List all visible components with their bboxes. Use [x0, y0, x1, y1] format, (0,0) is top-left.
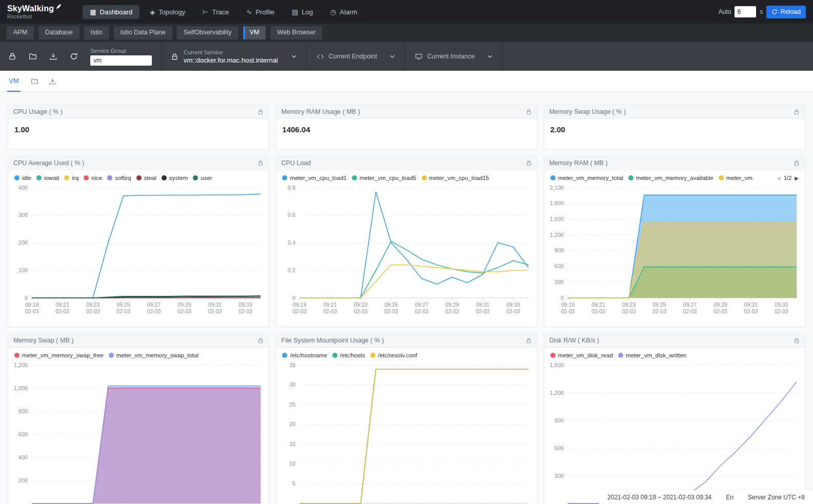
legend-dot: [14, 353, 19, 358]
auto-interval-input[interactable]: [735, 6, 756, 17]
chart-legend: meter_vm_cpu_load1meter_vm_cpu_load5mete…: [276, 170, 537, 183]
cpu-load-chart[interactable]: 00.20.40.60.809:1902-0309:2102-0309:2302…: [276, 183, 537, 318]
dashboard-tab-vm[interactable]: VM: [243, 26, 266, 39]
card-header: Memory Swap Usage ( % ): [544, 105, 805, 119]
lock-icon[interactable]: [257, 160, 264, 166]
x-axis-label: 09:25: [385, 301, 398, 308]
legend-item-meter-vm-disk-read[interactable]: meter_vm_disk_read: [550, 352, 613, 358]
reload-label: Reload: [780, 8, 801, 15]
metric-value: 1406.04: [276, 119, 537, 140]
refresh-icon[interactable]: [70, 52, 78, 61]
dashboard-tab-istio[interactable]: Istio: [84, 26, 109, 39]
dashboard-tab-web-browser[interactable]: Web Browser: [270, 26, 322, 39]
x-axis-label: 02-03: [652, 308, 666, 314]
y-axis-label: 0: [292, 295, 295, 301]
nav-item-trace[interactable]: ⊢Trace: [195, 5, 236, 19]
cpu-average-used-chart[interactable]: 010020030040009:1902-0309:2102-0309:2302…: [8, 183, 269, 318]
chart-card-filesystem-usage: File System Mountpoint Usage ( % ) /etc/…: [275, 333, 537, 504]
brand-logo[interactable]: SkyWalking Rocketbot: [7, 5, 62, 19]
card-title: CPU Average Used ( % ): [13, 159, 84, 167]
series-line-etc-resolv-conf: [300, 369, 528, 503]
x-axis-label: 09:29: [713, 301, 727, 308]
lock-icon[interactable]: [257, 109, 264, 115]
legend-item-meter-vm-memory-swap-total[interactable]: meter_vm_memory_swap_total: [109, 352, 199, 358]
current-service-selector[interactable]: Current Service vm::docker.for.mac.host.…: [162, 42, 307, 71]
lock-icon[interactable]: [257, 337, 264, 344]
y-axis-label: 400: [18, 454, 28, 460]
legend-item-meter-vm-cpu-load5[interactable]: meter_vm_cpu_load5: [352, 175, 417, 181]
lock-icon[interactable]: [794, 337, 800, 344]
legend-item-etc-hostname[interactable]: /etc/hostname: [282, 352, 327, 358]
folder-icon[interactable]: [31, 77, 38, 85]
metric-card-memory-ram-usage: Memory RAM Usage ( MB ) 1406.04: [275, 105, 537, 150]
legend-item-meter-vm-cpu-load1[interactable]: meter_vm_cpu_load1: [282, 175, 347, 181]
tab-vm[interactable]: VM: [7, 71, 21, 92]
server-zone-label: Server Zone UTC +8: [748, 494, 805, 501]
card-title: Memory Swap Usage ( % ): [549, 108, 626, 115]
legend-next-icon[interactable]: ▶: [795, 175, 799, 181]
lock-icon[interactable]: [794, 160, 800, 166]
nav-item-log[interactable]: ▤Log: [285, 5, 320, 19]
service-group-input[interactable]: [90, 55, 152, 66]
card-title: Memory RAM ( MB ): [549, 159, 608, 167]
legend-item-etc-resolv-conf[interactable]: /etc/resolv.conf: [370, 352, 418, 358]
legend-prev-icon[interactable]: ◀: [777, 175, 781, 181]
legend-item-meter-vm-memory-total[interactable]: meter_vm_memory_total: [550, 175, 623, 181]
nav-item-profile[interactable]: ∿Profile: [239, 5, 282, 19]
lock-icon[interactable]: [526, 160, 532, 166]
download-icon[interactable]: [49, 52, 57, 61]
dashboard-tab-apm[interactable]: APM: [7, 26, 34, 39]
legend-item-iowait[interactable]: iowait: [36, 175, 59, 181]
y-axis-label: 900: [554, 417, 563, 424]
language-switch[interactable]: En: [726, 494, 733, 501]
x-axis-label: 02-03: [147, 308, 161, 314]
legend-label: meter_vm_cpu_load5: [360, 175, 417, 181]
x-axis-label: 02-03: [591, 308, 605, 314]
time-range-picker[interactable]: 2021-02-03 09:19 ~ 2021-02-03 09:34: [607, 494, 711, 501]
dashboard-tab-selfobservability[interactable]: SelfObservability: [177, 26, 239, 39]
legend-item-idle[interactable]: idle: [14, 175, 31, 181]
folder-icon[interactable]: [29, 52, 37, 61]
y-axis-label: 300: [554, 279, 563, 285]
trace-icon: ⊢: [203, 9, 208, 15]
legend-item-meter-vm-cpu-load15[interactable]: meter_vm_cpu_load15: [422, 175, 489, 181]
x-axis-label: 02-03: [116, 308, 130, 314]
legend-item-meter-vm-disk-written[interactable]: meter_vm_disk_written: [618, 352, 686, 358]
nav-item-dashboard[interactable]: ▦Dashboard: [83, 5, 140, 19]
nav-item-alarm[interactable]: ◷Alarm: [323, 5, 364, 19]
legend-item-meter-vm-memory-swap-free[interactable]: meter_vm_memory_swap_free: [14, 352, 104, 358]
current-endpoint-selector[interactable]: Current Endpoint: [307, 42, 406, 71]
dashboard-tab-database[interactable]: Database: [38, 26, 80, 39]
legend-dot: [64, 175, 69, 180]
legend-label: meter_vm_memory_available: [636, 175, 713, 181]
nav-item-topology[interactable]: ◈Topology: [143, 5, 192, 19]
current-instance-selector[interactable]: Current Instance: [406, 42, 503, 71]
lock-icon[interactable]: [8, 52, 16, 61]
memory-swap-chart[interactable]: 2004006008001,0001,20009:1902-0309:2102-…: [8, 360, 269, 504]
legend-item-softirq[interactable]: softirq: [107, 175, 131, 181]
legend-item-system[interactable]: system: [162, 175, 188, 181]
reload-button[interactable]: Reload: [766, 6, 806, 18]
lock-icon[interactable]: [794, 109, 800, 115]
series-line-meter-vm-cpu-load15: [300, 265, 528, 298]
series-line-idle: [32, 194, 261, 298]
legend-item-steal[interactable]: steal: [136, 175, 156, 181]
service-group-block: Service Group: [90, 42, 152, 71]
dashboard-tab-istio-data-plane[interactable]: Istio Data Plane: [114, 26, 172, 39]
memory-ram-chart[interactable]: 03006009001,2001,5001,8002,10009:1902-03…: [544, 183, 805, 318]
legend-item-meter-vm[interactable]: meter_vm: [719, 175, 752, 181]
lock-icon[interactable]: [526, 109, 532, 115]
legend-dot: [719, 175, 724, 180]
legend-item-etc-hosts[interactable]: /etc/hosts: [332, 352, 365, 358]
filesystem-usage-chart[interactable]: 510152025303509:1902-0309:2102-0309:2302…: [276, 360, 537, 504]
lock-icon[interactable]: [526, 337, 532, 344]
disk-rw-chart[interactable]: 3006009001,2001,50009:1902-0309:2102-030…: [544, 360, 805, 504]
legend-label: /etc/hosts: [340, 352, 365, 358]
legend-item-irq[interactable]: irq: [64, 175, 78, 181]
legend-item-nice[interactable]: nice: [84, 175, 102, 181]
legend-item-meter-vm-memory-available[interactable]: meter_vm_memory_available: [628, 175, 713, 181]
dashboard-grid: CPU Usage ( % ) 1.00 Memory RAM Usage ( …: [0, 92, 813, 504]
y-axis-label: 200: [18, 239, 28, 246]
download-icon[interactable]: [49, 77, 56, 85]
legend-item-user[interactable]: user: [193, 175, 212, 181]
